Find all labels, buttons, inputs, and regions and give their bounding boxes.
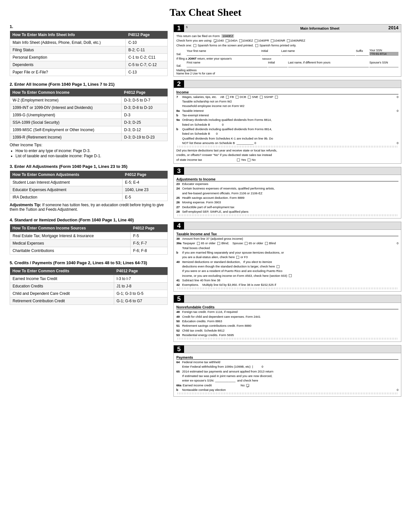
section-4-title: 4. Standard or Itemized Deduction (Form … xyxy=(10,218,168,222)
line-51: 51Retirement savings contributions credi… xyxy=(176,324,398,328)
line-39a: 39a Taxpayer 65 or older Blind; Spouse: … xyxy=(176,241,398,245)
payments-label: Payments xyxy=(176,355,398,360)
panel-4-number: 4 xyxy=(174,222,184,229)
table-row: Child and Dependent Care CreditG-1; G-3 … xyxy=(10,290,168,297)
panel-5b-number: 5 xyxy=(174,345,184,353)
table-row: DependentsC-5 to C-7; C-12 xyxy=(10,61,168,69)
line-scholar: Taxable scholarship not on Form W2 xyxy=(176,99,398,103)
table-row: Student Loan Interest AdjustmentE-5; E-4 xyxy=(10,179,168,186)
line-40c: If you were or are a resident of Puerto … xyxy=(176,269,398,273)
first-name-label: Your first name xyxy=(187,49,261,56)
line-9b-sched: listed on Schedule B 0 xyxy=(176,131,398,136)
panel-2-spacer xyxy=(184,80,401,88)
line-65c: enter ex-spouse's SSN: ____________ and … xyxy=(176,378,398,382)
line-40b: deductions even though the standard dedu… xyxy=(176,264,398,268)
s4-col1-header: How To Enter Common Income Sources xyxy=(10,224,131,232)
line-41: 41Subtract line 40 from line 38 xyxy=(176,278,398,282)
line-39b-b: you are a dual-status alien, check here … xyxy=(176,255,398,259)
panel-1-number: 1 xyxy=(174,24,184,32)
table-row: Education CreditsJ1 to J-8 xyxy=(10,283,168,290)
sp-initial-label: Initial xyxy=(268,61,288,67)
wavy-divider-5b xyxy=(176,392,398,394)
form-panel-5b: 5 Payments 64Federal income tax withheld… xyxy=(173,345,401,397)
line-24: 24Certain business expenses of reservist… xyxy=(176,186,398,190)
col2-header: P4012 Page xyxy=(126,31,168,39)
line-27: 27Deductible part of self-employment tax xyxy=(176,205,398,209)
ssn-label: Your SSN770-91-8714 xyxy=(369,49,398,56)
panel-2-number: 2 xyxy=(174,80,184,88)
spouse-name-row: Sal. First name Initial Last name, if di… xyxy=(176,61,398,67)
right-column: 1 s Main Information Sheet 2014 This ret… xyxy=(173,24,401,400)
table-row: Charitable ContributionsF-6; F-8 xyxy=(10,247,168,255)
table-row: Paper File or E-File?C-13 xyxy=(10,69,168,76)
line-39b: b If you are married filing separately a… xyxy=(176,250,398,255)
section-5-title: 5. Credits / Payments (Form 1040 Page 2,… xyxy=(10,260,168,265)
line-28: 28Self-employed SEP, SIMPLE, and qualifi… xyxy=(176,209,398,214)
line-40d: income, or you are excluding income on F… xyxy=(176,274,398,278)
panel-3-number: 3 xyxy=(174,167,184,175)
panel-5b-spacer xyxy=(184,345,401,353)
left-column: 1. How To Enter Main Info Sheet Info P40… xyxy=(10,24,168,400)
last-name-label: Last name xyxy=(281,49,356,56)
line-49: 49Credit for child and dependent care ex… xyxy=(176,314,398,319)
s2-bullets: How to enter any type of income: Page D-… xyxy=(10,149,168,158)
section-3-table: How To Enter Common Adjustments P4012 Pa… xyxy=(10,171,168,201)
list-item: List of taxable and non-taxable income: … xyxy=(15,154,168,158)
line-53: 53Residential energy credits. Form 5695 xyxy=(176,333,398,337)
wavy-divider-3 xyxy=(176,214,398,216)
panel-5a-body: Nonrefundable Credits 48Foreign tax cred… xyxy=(174,303,401,342)
form-1-name-section: Sal. Your first name Initial Last name S… xyxy=(176,49,398,56)
section-1-title: 1. xyxy=(10,24,168,29)
table-row: IRA DeductionE-5 xyxy=(10,194,168,201)
section-2: 2. Enter All Income (Form 1040 Page 1, L… xyxy=(10,82,168,158)
line-25: 25Health savings account deduction. Form… xyxy=(176,196,398,200)
panel-1-label: s xyxy=(184,24,254,32)
panel-5-spacer xyxy=(184,295,401,303)
line-did-itemize: Did you itemize deductions last year and… xyxy=(176,148,398,152)
taxable-income-label: Taxable Income and Tax xyxy=(176,232,398,236)
line-9a: 9a Ordinary dividends including qualifie… xyxy=(176,118,398,122)
table-row: 1099-MISC (Self-Employment or Other Inco… xyxy=(10,126,168,134)
ssn-value: 770-91-8714 xyxy=(369,52,398,56)
page-title: Tax Cheat Sheet xyxy=(10,6,401,18)
line-64b: Enter Federal withholding from 1099s (10… xyxy=(176,364,398,369)
line-state-income: of state income tax Yes No xyxy=(176,158,398,162)
table-row: Medical ExpensesF-5; F-7 xyxy=(10,240,168,247)
form-line-filed-on: This return can be filed on Form 1040EZ xyxy=(176,34,398,38)
table-row: Main Info Sheet (Address, Phone, Email, … xyxy=(10,39,168,46)
table-row: Filing StatusB-2; C-11 xyxy=(10,46,168,54)
line-40: 40 Itemized deductions or standard deduc… xyxy=(176,260,398,264)
panel-4-body: Taxable Income and Tax 38Amount from lin… xyxy=(174,230,401,291)
line-42: 42Exemptions. Multiply line 6d by $3,950… xyxy=(176,283,398,287)
initial-label: Initial xyxy=(261,49,281,56)
panel-3-spacer xyxy=(184,167,401,175)
line-38: 38Amount from line 37 (adjusted gross in… xyxy=(176,237,398,241)
income-label: Income xyxy=(176,90,398,94)
section-1: 1. How To Enter Main Info Sheet Info P40… xyxy=(10,24,168,76)
name-line2-label: Name line 2 Use % for care of xyxy=(176,72,398,75)
panel-5-number: 5 xyxy=(174,295,184,303)
panel-1-year: 2014 xyxy=(386,24,401,32)
form-panel-1: 1 s Main Information Sheet 2014 This ret… xyxy=(173,24,401,77)
table-row: SSA-1099 (Social Security)D-3; D-25 xyxy=(10,119,168,126)
sp-first-label: First name xyxy=(187,61,268,67)
table-row: Educator Expenses Adjustment1040, Line 2… xyxy=(10,186,168,194)
line-65b: If estimated tax was paid in joint names… xyxy=(176,374,398,378)
wavy-divider-4 xyxy=(176,287,398,289)
s2-tip-label: Other Income Tips: xyxy=(10,143,168,147)
line-8b: b Tax-exempt interest xyxy=(176,113,398,117)
s5-col1-header: How To Enter Common Credits xyxy=(10,267,114,275)
s3-col1-header: How To Enter Common Adjustments xyxy=(10,171,122,179)
table-row: W-2 (Employment Income)D-3; D-5 to D-7 xyxy=(10,97,168,104)
form-panel-2: 2 Income 7 Wages, salaries, tips, etc. A… xyxy=(173,80,401,164)
wavy-divider-5a xyxy=(176,338,398,340)
form-line-check-form: Check form you are using: ✓1040 1040A 10… xyxy=(176,38,398,43)
line-9b: b Qualified dividends including qualifie… xyxy=(176,127,398,131)
form-panel-3: 3 Adjustments to Income 23Educator expen… xyxy=(173,167,401,218)
line-65: 652014 estimated tax payments and amount… xyxy=(176,369,398,373)
line-9b-note1: Qualified dividends from Schedules K-1 a… xyxy=(176,136,398,140)
line-23: 23Educator expenses xyxy=(176,182,398,186)
panel-1-body: This return can be filed on Form 1040EZ … xyxy=(174,32,401,76)
line-9b-note2: NOT list these amounts on Schedule B ___… xyxy=(176,141,398,145)
section-1-table: How To Enter Main Info Sheet Info P4012 … xyxy=(10,31,168,76)
